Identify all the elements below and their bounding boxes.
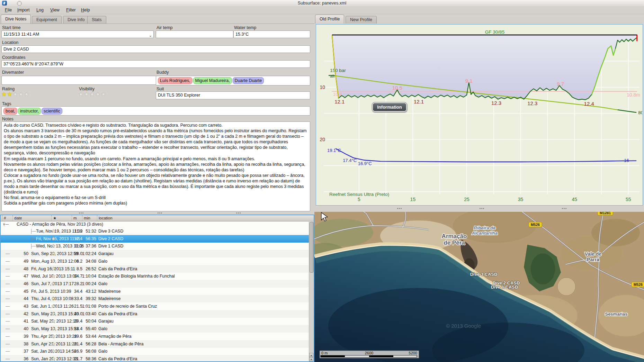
- tag-chip[interactable]: Miguel Madureira,: [193, 77, 232, 84]
- water-temp-field[interactable]: 15.3°C: [233, 30, 310, 38]
- table-row[interactable]: —44Thu, Jul 4, 2013 10:08★★★★★33.439:32M…: [1, 295, 314, 302]
- right-tab-bar: Old ProfileNew Profile: [314, 14, 644, 24]
- table-row[interactable]: —37Sat, Jan 26, 2013 14:58★★★★★26.956:08…: [1, 347, 314, 355]
- dive-location: Garajau: [98, 250, 114, 257]
- coordinates-field[interactable]: 37°05'23.460"N 8°20'47.879"W: [1, 60, 310, 68]
- table-row[interactable]: —46Sun, Jul 7, 2013 17:17★★★★★28.21:00:2…: [1, 280, 314, 288]
- location-field[interactable]: Dive 2 CASD: [1, 45, 310, 53]
- star-icon: ★: [51, 355, 55, 362]
- notes-textarea[interactable]: Aula do curso CASD. Transectos c/video e…: [1, 121, 310, 211]
- suit-field[interactable]: DUI TLS 350 Explorer: [156, 91, 310, 99]
- information-tooltip-label: Information: [377, 105, 402, 110]
- tree-line: —: [6, 280, 11, 288]
- map-place-label: Vale de: [585, 251, 601, 257]
- svg-text:19.1°C: 19.1°C: [327, 148, 341, 153]
- dive-duration: 1:00:24: [75, 280, 96, 288]
- dive-list-scrollbar[interactable]: ▲ ▼: [309, 221, 314, 361]
- dive-duration: 26:52: [75, 265, 96, 273]
- dive-location: Dive 2 CASD: [98, 235, 123, 243]
- table-row[interactable]: —49Mon, Aug 19, 2013 12:06★★★★★8.234:08G…: [1, 257, 314, 265]
- star-icon: ★: [101, 91, 106, 98]
- dive-trip-group-row[interactable]: ∨—CASD - Armação de Pêra, Nov 2013 (3 di…: [1, 221, 314, 227]
- map-place-label: de Pêra: [444, 239, 465, 246]
- tab-dive-notes[interactable]: Dive Notes: [1, 15, 31, 24]
- menu-item-import[interactable]: Import: [15, 6, 32, 14]
- table-row[interactable]: —47Wed, Jul 10, 2013 13:09★★★★★14.71:10:…: [1, 272, 314, 280]
- tag-chip[interactable]: scientific: [42, 108, 62, 115]
- table-row[interactable]: —39Thu, Apr 25, 2013 10:28★★★★★19.653:44…: [1, 333, 314, 340]
- rating-stars[interactable]: ★★★★★: [1, 91, 29, 98]
- menu-item-view[interactable]: View: [48, 6, 62, 14]
- table-row[interactable]: —43Sat, Jun 1, 2013 11:26★★★★★21.51:01:0…: [1, 302, 314, 310]
- tab-dive-info[interactable]: Dive Info: [63, 16, 89, 24]
- tree-line: ├─: [30, 242, 35, 250]
- svg-text:35: 35: [518, 197, 524, 202]
- svg-text:5: 5: [358, 197, 360, 202]
- table-row[interactable]: —36Sun, Jan 20, 2013 12:33★★★★★21.758:36…: [1, 355, 314, 362]
- svg-text:Reefnet Sensus Ultra (Preto): Reefnet Sensus Ultra (Preto): [329, 192, 389, 197]
- window-button-icon[interactable]: [17, 1, 22, 6]
- visibility-stars[interactable]: ★★★★★: [78, 91, 106, 98]
- star-icon: ★: [51, 317, 55, 325]
- table-row[interactable]: —40Sun, May 19, 2013 15:53★★★★★24.455:40…: [1, 325, 314, 333]
- tab-equipment[interactable]: Equipment: [32, 16, 62, 24]
- dive-location: Armação de Pêra: [98, 333, 132, 340]
- tags-field[interactable]: boat,instructor,scientific: [1, 106, 310, 116]
- menu-item-file[interactable]: File: [3, 6, 14, 14]
- buddy-field[interactable]: Luís Rodrigues,Miguel Madureira,Duarte D…: [156, 76, 310, 85]
- group-label: CASD - Armação de Pêra, Nov 2013 (3 dive…: [17, 221, 103, 227]
- scrollbar-thumb[interactable]: [310, 222, 314, 273]
- table-row[interactable]: —42Sun, May 26, 2013 15:40★★★★★23.01:03:…: [1, 310, 314, 318]
- dive-site-map[interactable]: © 2013 GoogleArmaçãode PêraRibeira deAlc…: [314, 212, 644, 362]
- table-row[interactable]: —48Fri, Aug 16, 2013 15:11★★★★★8.526:52C…: [1, 265, 314, 273]
- table-row[interactable]: ├─Tue, Nov 19, 2013 11:39★★★★★11.251:32D…: [1, 227, 314, 235]
- dive-duration: 43:12: [75, 288, 96, 295]
- star-icon: ★: [51, 288, 55, 295]
- tree-line: —: [6, 310, 11, 318]
- tag-chip[interactable]: instructor,: [18, 108, 41, 115]
- dive-duration: 37:36: [75, 242, 96, 250]
- window-title-bar[interactable]: Subsurface: paneves.xml: [0, 0, 644, 7]
- column-header-5[interactable]: location: [97, 215, 113, 221]
- star-icon: ★: [51, 310, 55, 318]
- table-row[interactable]: —38Sun, Apr 21, 2013 11:28★★★★★21.456:28…: [1, 340, 314, 348]
- horizontal-splitter-right[interactable]: [314, 206, 644, 212]
- table-row[interactable]: —45Fri, Jul 5, 2013 10:39★★★★★34.443:12M…: [1, 288, 314, 295]
- tag-chip[interactable]: Duarte Duarte: [233, 77, 264, 84]
- table-row[interactable]: ├─Wed, Nov 13, 2013 11:06★★★★★11.237:36D…: [1, 242, 314, 250]
- chevron-down-icon[interactable]: ⌄: [149, 32, 152, 38]
- map-canvas[interactable]: © 2013 GoogleArmaçãode PêraRibeira deAlc…: [314, 212, 644, 362]
- tree-line: ├─: [30, 227, 35, 235]
- tab-old-profile[interactable]: Old Profile: [315, 15, 344, 24]
- svg-text:GF 30/85: GF 30/85: [485, 29, 504, 35]
- profile-plot: 10.810.8m150 barair8019.1°C17.4°C16.9°C1…: [316, 25, 642, 205]
- column-header-4[interactable]: min: [82, 215, 98, 221]
- scroll-down-icon[interactable]: ▼: [309, 357, 313, 361]
- dive-duration: 39:32: [75, 295, 96, 302]
- air-temp-field[interactable]: [156, 30, 233, 38]
- scroll-up-icon[interactable]: ▲: [309, 353, 313, 357]
- collapse-arrow-icon[interactable]: ∨—: [3, 221, 9, 227]
- tag-chip[interactable]: boat,: [3, 108, 17, 115]
- dive-location: Galo: [98, 257, 107, 265]
- table-row[interactable]: ├─Fri, Nov 15, 2013 11:41★★★★★12.456:35D…: [1, 235, 314, 243]
- svg-text:12.3: 12.3: [527, 100, 537, 106]
- star-icon: ★: [51, 250, 55, 257]
- star-icon: ★: [51, 265, 55, 273]
- tab-new-profile[interactable]: New Profile: [346, 16, 377, 24]
- horizontal-splitter-left[interactable]: [0, 212, 314, 215]
- menu-item-help[interactable]: Help: [79, 6, 92, 14]
- table-row[interactable]: —50Sun, Sep 22, 2013 12:59★★★★★28.01:02:…: [1, 250, 314, 257]
- menu-item-filter[interactable]: Filter: [64, 6, 78, 14]
- divemaster-field[interactable]: [1, 76, 158, 85]
- star-icon: ★: [95, 91, 101, 98]
- table-row[interactable]: —41Sat, May 25, 2013 12:19★★★★★29.450:04…: [1, 317, 314, 325]
- menu-item-log[interactable]: Log: [34, 6, 46, 14]
- start-time-combobox[interactable]: 11/15/13 11:41 AM ⌄: [1, 30, 154, 38]
- column-header-2[interactable]: ★: [51, 215, 67, 221]
- tag-chip[interactable]: Luís Rodrigues,: [158, 77, 193, 84]
- star-icon: ★: [51, 257, 55, 265]
- column-header-1[interactable]: date: [12, 215, 28, 221]
- dive-number: 40: [15, 325, 28, 333]
- tab-stats[interactable]: Stats: [87, 16, 106, 24]
